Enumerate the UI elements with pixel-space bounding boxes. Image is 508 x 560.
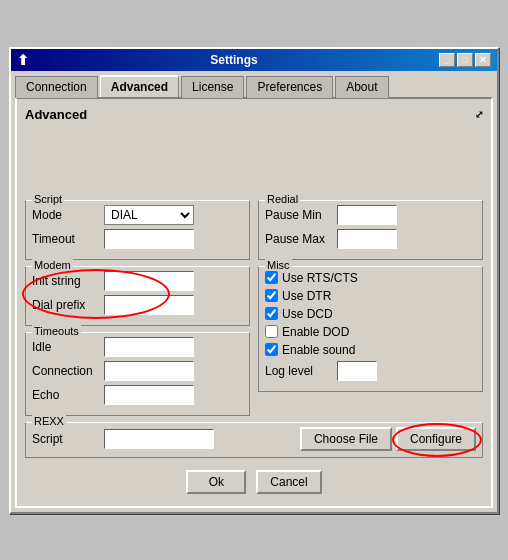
enable-sound-row: Enable sound — [265, 343, 476, 357]
pause-min-row: Pause Min 5 — [265, 205, 476, 225]
log-level-label: Log level — [265, 364, 333, 378]
use-rts-cts-label: Use RTS/CTS — [282, 271, 358, 285]
use-dtr-checkbox[interactable] — [265, 289, 278, 302]
main-columns: Script Mode DIAL Timeout 45 Modem — [25, 200, 483, 422]
dial-prefix-label: Dial prefix — [32, 298, 100, 312]
rexx-script-label: Script — [32, 432, 100, 446]
ok-button[interactable]: Ok — [186, 470, 246, 494]
enable-dod-row: Enable DOD — [265, 325, 476, 339]
pause-min-input[interactable]: 5 — [337, 205, 397, 225]
timeouts-group: Timeouts Idle -1 Connection -1 Echo 10 — [25, 332, 250, 416]
log-level-input[interactable]: 7 — [337, 361, 377, 381]
log-level-row: Log level 7 — [265, 361, 476, 381]
echo-label: Echo — [32, 388, 100, 402]
timeout-row: Timeout 45 — [32, 229, 243, 249]
bottom-buttons: Ok Cancel — [25, 464, 483, 498]
pause-min-label: Pause Min — [265, 208, 333, 222]
init-string-input[interactable]: ATZ, ATE0 — [104, 271, 194, 291]
misc-group-label: Misc — [265, 259, 292, 271]
cancel-button[interactable]: Cancel — [256, 470, 321, 494]
right-column: Redial Pause Min 5 Pause Max 20 Misc — [258, 200, 483, 422]
timeout-label: Timeout — [32, 232, 100, 246]
dial-prefix-input[interactable]: ATD — [104, 295, 194, 315]
rexx-row: Script dnshook.cmd Choose File Configure — [32, 427, 476, 451]
tab-advanced[interactable]: Advanced — [100, 75, 179, 97]
dial-prefix-row: Dial prefix ATD — [32, 295, 243, 315]
titlebar-controls: _ □ ✕ — [439, 53, 491, 67]
echo-row: Echo 10 — [32, 385, 243, 405]
idle-input[interactable]: -1 — [104, 337, 194, 357]
tabs-bar: Connection Advanced License Preferences … — [11, 71, 497, 97]
mode-select[interactable]: DIAL — [104, 205, 194, 225]
tab-about[interactable]: About — [335, 76, 388, 98]
use-rts-cts-row: Use RTS/CTS — [265, 271, 476, 285]
timeouts-group-label: Timeouts — [32, 325, 81, 337]
pause-max-input[interactable]: 20 — [337, 229, 397, 249]
settings-window: ⬆ Settings _ □ ✕ Connection Advanced Lic… — [9, 47, 499, 514]
content-area: Advanced ⤢ Script Mode DIAL Time — [15, 97, 493, 508]
enable-sound-label: Enable sound — [282, 343, 355, 357]
mode-label: Mode — [32, 208, 100, 222]
window-title: Settings — [29, 53, 439, 67]
init-string-row: Init string ATZ, ATE0 — [32, 271, 243, 291]
restore-icon[interactable]: ⤢ — [475, 109, 483, 120]
tab-preferences[interactable]: Preferences — [246, 76, 333, 98]
connection-label: Connection — [32, 364, 100, 378]
choose-file-button[interactable]: Choose File — [300, 427, 392, 451]
init-string-label: Init string — [32, 274, 100, 288]
titlebar: ⬆ Settings _ □ ✕ — [11, 49, 497, 71]
enable-dod-label: Enable DOD — [282, 325, 349, 339]
echo-input[interactable]: 10 — [104, 385, 194, 405]
connection-row: Connection -1 — [32, 361, 243, 381]
rexx-group: REXX Script dnshook.cmd Choose File Conf… — [25, 422, 483, 458]
script-group-label: Script — [32, 193, 64, 205]
misc-group: Misc Use RTS/CTS Use DTR Use DCD — [258, 266, 483, 392]
modem-group-label: Modem — [32, 259, 73, 271]
close-button[interactable]: ✕ — [475, 53, 491, 67]
use-dcd-checkbox[interactable] — [265, 307, 278, 320]
use-dcd-label: Use DCD — [282, 307, 333, 321]
pause-max-label: Pause Max — [265, 232, 333, 246]
idle-row: Idle -1 — [32, 337, 243, 357]
use-dcd-row: Use DCD — [265, 307, 476, 321]
redial-group-label: Redial — [265, 193, 300, 205]
section-title-text: Advanced — [25, 107, 87, 122]
idle-label: Idle — [32, 340, 100, 354]
rexx-group-label: REXX — [32, 415, 66, 427]
connection-input[interactable]: -1 — [104, 361, 194, 381]
redial-group: Redial Pause Min 5 Pause Max 20 — [258, 200, 483, 260]
window-icon: ⬆ — [17, 52, 29, 68]
tab-connection[interactable]: Connection — [15, 76, 98, 98]
rexx-buttons: Choose File Configure — [300, 427, 476, 451]
maximize-button[interactable]: □ — [457, 53, 473, 67]
configure-button[interactable]: Configure — [396, 427, 476, 451]
minimize-button[interactable]: _ — [439, 53, 455, 67]
use-rts-cts-checkbox[interactable] — [265, 271, 278, 284]
timeout-input[interactable]: 45 — [104, 229, 194, 249]
modem-group: Modem Init string ATZ, ATE0 Dial prefix … — [25, 266, 250, 326]
pause-max-row: Pause Max 20 — [265, 229, 476, 249]
enable-sound-checkbox[interactable] — [265, 343, 278, 356]
section-header: Advanced ⤢ — [25, 107, 483, 122]
use-dtr-label: Use DTR — [282, 289, 331, 303]
left-column: Script Mode DIAL Timeout 45 Modem — [25, 200, 250, 422]
enable-dod-checkbox[interactable] — [265, 325, 278, 338]
use-dtr-row: Use DTR — [265, 289, 476, 303]
mode-row: Mode DIAL — [32, 205, 243, 225]
rexx-script-input[interactable]: dnshook.cmd — [104, 429, 214, 449]
script-group: Script Mode DIAL Timeout 45 — [25, 200, 250, 260]
tab-license[interactable]: License — [181, 76, 244, 98]
